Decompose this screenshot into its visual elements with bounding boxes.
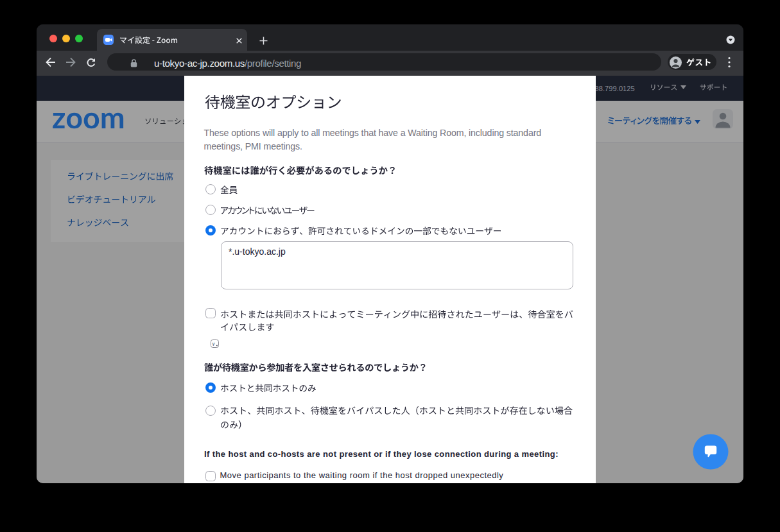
svg-text:v: v bbox=[212, 341, 216, 347]
